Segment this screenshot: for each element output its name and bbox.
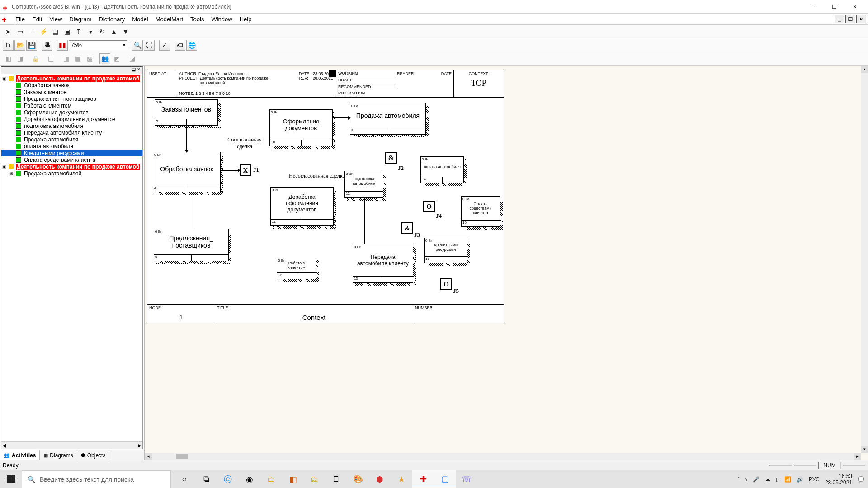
tray-clock[interactable]: 16:53 28.05.2021 [825, 473, 852, 486]
save-button[interactable]: 💾 [26, 40, 37, 51]
tree-item[interactable]: ⊞Продажа автомобилей [1, 170, 142, 177]
close-button[interactable]: ✕ [844, 0, 865, 14]
zoom-in-button[interactable]: 🔍 [132, 40, 143, 51]
tree-item-selected[interactable]: Кредитными ресурсами [1, 150, 142, 156]
activity-box-13[interactable]: 0 Br подготовка автомобиля 13 [344, 171, 383, 198]
tree-item[interactable]: Обработка заявок [1, 82, 142, 89]
task-cortana-icon[interactable]: ○ [174, 470, 195, 488]
menu-modelmart[interactable]: ModelMart [152, 15, 187, 23]
tree-hscroll[interactable]: ◂▸ [1, 441, 142, 449]
tree-item[interactable]: Предложения_ поставщиков [1, 95, 142, 102]
taskbar-search[interactable]: 🔍 Введите здесь текст для поиска [22, 470, 171, 488]
tray-volume-icon[interactable]: 🔊 [797, 476, 803, 483]
menu-view[interactable]: View [46, 15, 66, 23]
activity-box-16[interactable]: 0 Br Оплата средствами клиента 16 [461, 196, 500, 227]
task-app1-icon[interactable]: ◧ [282, 470, 304, 488]
open-button[interactable]: 📂 [14, 40, 25, 51]
menu-window[interactable]: Window [208, 15, 236, 23]
new-button[interactable]: 🗋 [3, 40, 14, 51]
down-tool[interactable]: ▼ [120, 26, 131, 37]
activity-box-tool[interactable]: ▭ [14, 26, 25, 37]
refresh-tool[interactable]: ↻ [97, 26, 108, 37]
task-bpwin-icon[interactable]: ✚ [412, 470, 434, 488]
panel-close-icon[interactable]: ✕ [137, 67, 141, 72]
tray-onedrive-icon[interactable]: ☁ [765, 476, 770, 483]
decompose-tool[interactable]: ▾ [85, 26, 96, 37]
external-tool[interactable]: ▣ [61, 26, 72, 37]
canvas-vscroll[interactable]: ▴▾ [861, 66, 868, 453]
tray-battery-icon[interactable]: ▯ [776, 476, 779, 483]
spellcheck-button[interactable]: ✓ [159, 40, 170, 51]
maximize-button[interactable]: ☐ [824, 0, 844, 14]
activity-box-15[interactable]: 0 Br Передача автомобиля клиенту 15 [353, 244, 413, 283]
task-edge-icon[interactable]: ⓔ [217, 470, 239, 488]
tree-item[interactable]: Работа с клиентом [1, 102, 142, 109]
activity-box-2[interactable]: 0 Br Заказы клиентов 2 [155, 99, 218, 126]
mdi-minimize-button[interactable]: _ [835, 15, 844, 23]
mdi-close-button[interactable]: × [856, 15, 866, 23]
task-paint-icon[interactable]: 🎨 [347, 470, 369, 488]
tree-item[interactable]: Передача автомобиля клиенту [1, 129, 142, 136]
model-tree[interactable]: ▣Деятельность компании по продаже автомо… [1, 74, 142, 177]
zoom-combo[interactable]: 75% [69, 40, 127, 50]
activity-box-12[interactable]: 0 Br Работа с клиентом 12 [277, 258, 316, 279]
minimize-button[interactable]: — [803, 0, 824, 14]
task-chrome-icon[interactable]: ◉ [239, 470, 260, 488]
tab-objects[interactable]: ⬢Objects [77, 450, 110, 460]
zoom-area-button[interactable]: ⛶ [144, 40, 155, 51]
system-menu-icon[interactable] [2, 15, 9, 23]
junction-j5[interactable]: O [440, 278, 452, 290]
activity-box-5[interactable]: 0 Br Предложения_ поставщиков 5 [154, 229, 229, 261]
tree-item[interactable]: Заказы клиентов [1, 89, 142, 95]
activity-box-14[interactable]: 0 Br оплата автомобиля 14 [420, 156, 464, 183]
tree-root-1[interactable]: ▣Деятельность компании по продаже автомо… [1, 75, 142, 82]
mdi-restore-button[interactable]: ❐ [845, 15, 855, 23]
menu-edit[interactable]: Edit [28, 15, 46, 23]
start-button[interactable] [0, 470, 22, 488]
activity-box-11[interactable]: 0 Br Доработка оформления документов 11 [270, 187, 334, 226]
task-zoom-icon[interactable]: ▢ [434, 470, 456, 488]
modelmart-button[interactable]: 🌐 [186, 40, 197, 51]
pointer-tool[interactable]: ➤ [3, 26, 14, 37]
junction-j4[interactable]: O [423, 201, 435, 212]
junction-j2[interactable]: & [385, 152, 397, 164]
tree-item[interactable]: подготовка автомобиля [1, 122, 142, 129]
tab-diagrams[interactable]: ▦Diagrams [40, 450, 77, 460]
text-tool[interactable]: T [73, 26, 84, 37]
tree-item[interactable]: Оформление документов [1, 109, 142, 116]
tray-chevron-icon[interactable]: ˄ [737, 476, 740, 483]
tree-root-2[interactable]: ▣Деятельность компании по продаже автомо… [1, 163, 142, 170]
mm-btn-7[interactable]: 👥 [99, 53, 110, 64]
task-files-icon[interactable]: 🗂 [304, 470, 326, 488]
menu-tools[interactable]: Tools [187, 15, 208, 23]
task-office-icon[interactable]: ⬢ [369, 470, 391, 488]
task-star-icon[interactable]: ★ [391, 470, 412, 488]
activity-box-17[interactable]: 0 Br Кредитными ресурсами 17 [424, 238, 467, 263]
tree-item[interactable]: Доработка оформления документов [1, 116, 142, 122]
task-notepad-icon[interactable]: 🗒 [326, 470, 347, 488]
tray-lang[interactable]: РУС [809, 476, 820, 483]
activity-box-10[interactable]: 0 Br Оформление документов 10 [269, 109, 333, 146]
task-taskview-icon[interactable]: ⧉ [195, 470, 217, 488]
tray-mic-icon[interactable]: 🎤 [753, 476, 760, 483]
task-explorer-icon[interactable]: 🗀 [260, 470, 282, 488]
junction-j3[interactable]: & [401, 222, 413, 234]
menu-help[interactable]: Help [236, 15, 255, 23]
task-viber-icon[interactable]: ☏ [456, 470, 477, 488]
arrow-tool[interactable]: → [26, 26, 37, 37]
tab-activities[interactable]: 👥Activities [0, 450, 40, 460]
menu-file[interactable]: File [12, 15, 28, 23]
menu-dictionary[interactable]: Dictionary [95, 15, 128, 23]
tray-notifications-icon[interactable]: 💬 [858, 476, 864, 483]
diagram-canvas[interactable]: USED AT: AUTHOR: Гридина Елена Ивановна … [145, 66, 868, 460]
tray-wifi-icon[interactable]: 📶 [784, 476, 791, 483]
panel-pin-icon[interactable]: ⬓ [132, 67, 136, 72]
print-button[interactable]: 🖶 [42, 40, 52, 51]
menu-model[interactable]: Model [128, 15, 151, 23]
model-explorer-button[interactable]: 🏷 [175, 40, 185, 51]
tree-item[interactable]: оплата автомобиля [1, 143, 142, 150]
activity-box-9[interactable]: 0 Br Продажа автомобиля 9 [350, 103, 426, 135]
tray-location-icon[interactable]: ⟟ [745, 476, 747, 483]
activity-box-4[interactable]: 0 Br Обработка заявок 4 [153, 152, 221, 192]
canvas-hscroll[interactable]: ◂▸ [145, 453, 861, 460]
